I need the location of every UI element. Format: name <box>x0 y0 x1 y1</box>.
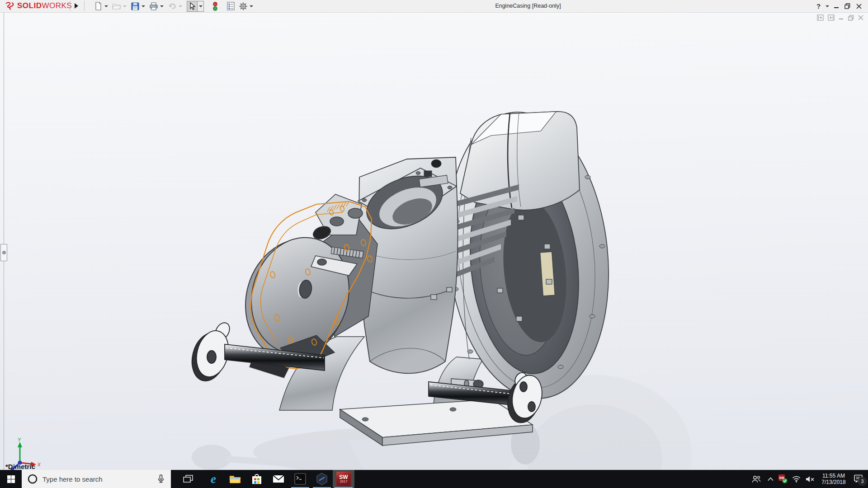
close-button[interactable] <box>853 0 864 12</box>
rebuild-button[interactable] <box>210 1 220 11</box>
standard-toolbar <box>93 1 254 11</box>
minimize-icon <box>834 4 839 9</box>
restore-button[interactable] <box>842 0 853 12</box>
open-folder-icon <box>112 2 121 10</box>
solidworks-app-icon: SW 2017 <box>336 472 351 486</box>
hexagon-app-icon <box>316 473 328 485</box>
view-orientation-label: *Dimetric <box>5 463 35 470</box>
select-cursor-icon <box>189 2 196 10</box>
chevron-up-icon <box>768 477 774 481</box>
print-dropdown[interactable] <box>159 1 165 11</box>
dassault-logo-icon <box>5 1 15 10</box>
new-document-dropdown[interactable] <box>103 1 109 11</box>
microphone-icon[interactable] <box>157 474 165 483</box>
print-button[interactable] <box>149 1 159 11</box>
select-tool-group <box>187 1 204 12</box>
cortana-icon <box>27 474 38 484</box>
document-title: EngineCasing [Read-only] <box>478 3 578 9</box>
search-input[interactable]: Type here to search <box>42 475 157 483</box>
taskbar-search[interactable]: Type here to search <box>22 470 171 488</box>
solidworks-tray-button[interactable]: SW <box>777 470 789 488</box>
taskbar: Type here to search e <box>0 470 868 488</box>
open-dropdown[interactable] <box>122 1 127 11</box>
save-button[interactable] <box>130 1 140 11</box>
rebuild-traffic-light-icon <box>212 1 218 11</box>
wifi-icon <box>792 475 801 483</box>
screen: { "titlebar": { "brand": { "bold": "SOLI… <box>0 0 868 488</box>
command-prompt-icon <box>294 473 306 485</box>
select-tool-dropdown[interactable] <box>197 1 203 11</box>
cover-bracket-hardware[interactable] <box>311 194 363 276</box>
engine-casing-model[interactable] <box>0 13 868 470</box>
start-button[interactable] <box>0 470 22 488</box>
taskbar-app-store[interactable] <box>246 470 268 488</box>
taskbar-app-command-prompt[interactable] <box>289 470 311 488</box>
divider <box>84 1 85 11</box>
window-controls: ? <box>813 0 864 12</box>
undo-dropdown[interactable] <box>177 1 183 11</box>
file-explorer-icon <box>229 474 241 483</box>
people-button[interactable] <box>749 470 764 488</box>
taskbar-app-edge[interactable]: e <box>203 470 224 488</box>
options-dropdown[interactable] <box>248 1 254 11</box>
brand-text: SOLIDWORKS <box>17 1 72 10</box>
notification-count-badge: 3 <box>858 477 867 486</box>
edge-icon: e <box>211 473 216 485</box>
undo-icon <box>168 3 177 10</box>
task-view-icon <box>183 475 193 483</box>
triad-x-label: X <box>37 462 41 467</box>
file-properties-icon <box>227 2 235 10</box>
minimize-button[interactable] <box>830 0 842 12</box>
taskbar-clock[interactable]: 11:55 AM 7/13/2018 <box>817 470 850 488</box>
new-document-button[interactable] <box>93 1 103 11</box>
taskbar-app-mail[interactable] <box>268 470 289 488</box>
help-button[interactable]: ? <box>813 0 824 12</box>
solidworks-logo: SOLIDWORKS <box>5 1 72 10</box>
restore-icon <box>844 3 850 9</box>
mail-icon <box>273 475 284 483</box>
titlebar: SOLIDWORKS <box>0 0 868 13</box>
save-icon <box>131 2 139 10</box>
tray-overflow-button[interactable] <box>764 470 777 488</box>
system-tray: SW 11:55 AM 7/13/201 <box>749 470 868 488</box>
save-dropdown[interactable] <box>140 1 146 11</box>
taskbar-app-solidworks[interactable]: SW 2017 <box>333 470 354 488</box>
graphics-viewport[interactable]: Y X z *Dimetric <box>0 13 868 470</box>
network-button[interactable] <box>789 470 803 488</box>
help-dropdown[interactable] <box>824 0 830 12</box>
solidworks-status-icon: SW <box>778 474 788 483</box>
volume-button[interactable] <box>803 470 817 488</box>
toolbar-flyout-arrow[interactable] <box>75 3 78 9</box>
select-tool-button[interactable] <box>187 1 197 11</box>
taskbar-app-file-explorer[interactable] <box>224 470 246 488</box>
clock-time: 11:55 AM <box>821 473 845 479</box>
top-bracket[interactable] <box>460 112 580 210</box>
triad-y-label: Y <box>18 437 21 442</box>
print-icon <box>149 2 158 10</box>
divider <box>70 1 71 11</box>
file-properties-button[interactable] <box>226 1 236 11</box>
clock-date: 7/13/2018 <box>821 479 845 485</box>
options-button[interactable] <box>238 1 248 11</box>
store-icon <box>251 473 262 485</box>
volume-muted-icon <box>806 476 815 483</box>
windows-start-icon <box>7 475 15 483</box>
open-button[interactable] <box>112 1 122 11</box>
new-document-icon <box>94 2 102 10</box>
people-icon <box>752 475 761 483</box>
taskbar-app-hexagon[interactable] <box>311 470 333 488</box>
close-icon <box>856 4 862 9</box>
task-view-button[interactable] <box>177 470 199 488</box>
undo-button[interactable] <box>167 1 177 11</box>
options-gear-icon <box>239 2 248 11</box>
